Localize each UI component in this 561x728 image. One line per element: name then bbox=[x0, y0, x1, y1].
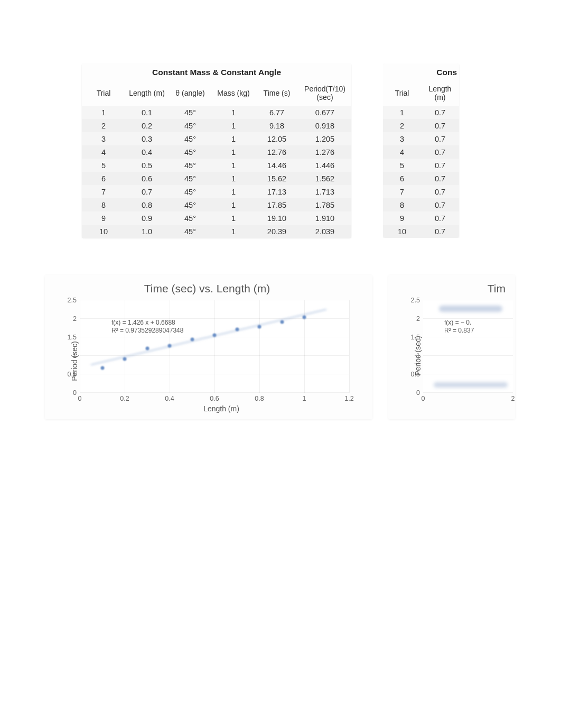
table-row: 50.7 bbox=[383, 159, 459, 172]
data-point bbox=[258, 325, 261, 329]
chart2-title: Tim bbox=[395, 282, 506, 295]
col-length: Length (m) bbox=[125, 80, 169, 106]
col-angle: θ (angle) bbox=[169, 80, 212, 106]
x-tick: 0 bbox=[422, 393, 425, 402]
x-tick: 2 bbox=[511, 393, 515, 402]
table-row: 70.7 bbox=[383, 185, 459, 198]
data-point bbox=[190, 337, 194, 341]
table-cell: 45° bbox=[169, 185, 212, 198]
table-cell: 1 bbox=[212, 132, 255, 145]
table-cell: 1.0 bbox=[125, 225, 169, 238]
table-cell: 0.1 bbox=[125, 106, 169, 119]
x-tick: 0.4 bbox=[165, 393, 174, 402]
table-cell: 6.77 bbox=[255, 106, 298, 119]
table-row: 10.145°16.770.677 bbox=[82, 106, 351, 119]
table2-title: Cons bbox=[383, 63, 459, 80]
table-row: 30.345°112.051.205 bbox=[82, 132, 351, 145]
table-cell: 45° bbox=[169, 106, 212, 119]
table-cell: 5 bbox=[383, 159, 421, 172]
table-cell: 0.7 bbox=[125, 185, 169, 198]
table-cell: 0.6 bbox=[125, 172, 169, 185]
y-tick: 2 bbox=[416, 315, 423, 322]
table-row: 90.945°119.101.910 bbox=[82, 211, 351, 225]
table-cell: 1 bbox=[212, 145, 255, 159]
table-cell: 1.205 bbox=[298, 132, 351, 145]
table-cell: 0.2 bbox=[125, 119, 169, 132]
chart1-plot: f(x) = 1.426 x + 0.6688 R² = 0.973529289… bbox=[80, 300, 349, 393]
y-tick: 2 bbox=[73, 315, 80, 322]
table-cell: 45° bbox=[169, 145, 212, 159]
table-cell: 8 bbox=[82, 198, 125, 211]
chart-time-vs-length: Time (sec) vs. Length (m) Period (sec) f… bbox=[45, 275, 372, 419]
table-cell: 6 bbox=[383, 172, 421, 185]
chart2-eq: f(x) = − 0. bbox=[444, 319, 474, 327]
table-cell: 9 bbox=[82, 211, 125, 225]
table-cell: 9 bbox=[383, 211, 421, 225]
table-cell: 9.18 bbox=[255, 119, 298, 132]
table-row: 10.7 bbox=[383, 106, 459, 119]
table1-title: Constant Mass & Constant Angle bbox=[82, 63, 351, 80]
x-tick: 0.8 bbox=[255, 393, 264, 402]
table-cell: 0.7 bbox=[421, 145, 459, 159]
table-row: 60.7 bbox=[383, 172, 459, 185]
table-cell: 20.39 bbox=[255, 225, 298, 238]
table2-headers: Trial Length (m) bbox=[383, 80, 459, 106]
table-secondary: Cons Trial Length (m) 10.720.730.740.750… bbox=[383, 63, 459, 238]
table-cell: 1 bbox=[212, 198, 255, 211]
y-tick: 2.5 bbox=[411, 297, 423, 304]
table-cell: 2 bbox=[383, 119, 421, 132]
table-cell: 8 bbox=[383, 198, 421, 211]
table-cell: 15.62 bbox=[255, 172, 298, 185]
table-cell: 0.7 bbox=[421, 132, 459, 145]
x-tick: 1 bbox=[303, 393, 306, 402]
data-point bbox=[168, 344, 172, 347]
table-cell: 10 bbox=[82, 225, 125, 238]
table-cell: 2.039 bbox=[298, 225, 351, 238]
table-row: 100.7 bbox=[383, 225, 459, 238]
y-tick: 2.5 bbox=[68, 297, 80, 304]
table-cell: 3 bbox=[82, 132, 125, 145]
chart1-title: Time (sec) vs. Length (m) bbox=[51, 282, 363, 295]
chart2-r2: R² = 0.837 bbox=[444, 327, 474, 335]
table-row: 30.7 bbox=[383, 132, 459, 145]
table-cell: 4 bbox=[383, 145, 421, 159]
table-row: 50.545°114.461.446 bbox=[82, 159, 351, 172]
table-cell: 45° bbox=[169, 132, 212, 145]
table-cell: 1 bbox=[212, 172, 255, 185]
table-cell: 0.8 bbox=[125, 198, 169, 211]
table-cell: 12.05 bbox=[255, 132, 298, 145]
chart1-xlabel: Length (m) bbox=[80, 404, 363, 413]
table-cell: 1.713 bbox=[298, 185, 351, 198]
table-cell: 1 bbox=[212, 211, 255, 225]
table-cell: 7 bbox=[82, 185, 125, 198]
col-trial: Trial bbox=[383, 80, 421, 106]
table-cell: 3 bbox=[383, 132, 421, 145]
y-tick: 1 bbox=[73, 352, 80, 360]
table-row: 20.7 bbox=[383, 119, 459, 132]
table-cell: 45° bbox=[169, 172, 212, 185]
y-tick: 1.5 bbox=[411, 334, 423, 341]
table-cell: 1.446 bbox=[298, 159, 351, 172]
table-cell: 12.76 bbox=[255, 145, 298, 159]
y-tick: 1.5 bbox=[68, 334, 80, 341]
table-cell: 1 bbox=[212, 185, 255, 198]
table-cell: 0.7 bbox=[421, 106, 459, 119]
chart-secondary: Tim Period (sec) f(x) = − 0. R² = 0.837 … bbox=[388, 275, 515, 419]
x-tick: 0 bbox=[78, 393, 82, 402]
table-cell: 45° bbox=[169, 119, 212, 132]
x-tick: 1.2 bbox=[344, 393, 353, 402]
table-cell: 1 bbox=[82, 106, 125, 119]
table-row: 90.7 bbox=[383, 211, 459, 225]
table-constant-mass-angle: Constant Mass & Constant Angle Trial Len… bbox=[82, 63, 351, 238]
data-point bbox=[145, 346, 149, 350]
table-cell: 1 bbox=[212, 225, 255, 238]
table-row: 40.7 bbox=[383, 145, 459, 159]
table-cell: 1 bbox=[212, 119, 255, 132]
col-time: Time (s) bbox=[255, 80, 298, 106]
table-cell: 1 bbox=[212, 106, 255, 119]
table-cell: 0.7 bbox=[421, 211, 459, 225]
table-cell: 0.3 bbox=[125, 132, 169, 145]
table-cell: 45° bbox=[169, 198, 212, 211]
table-cell: 0.9 bbox=[125, 211, 169, 225]
table-cell: 45° bbox=[169, 225, 212, 238]
